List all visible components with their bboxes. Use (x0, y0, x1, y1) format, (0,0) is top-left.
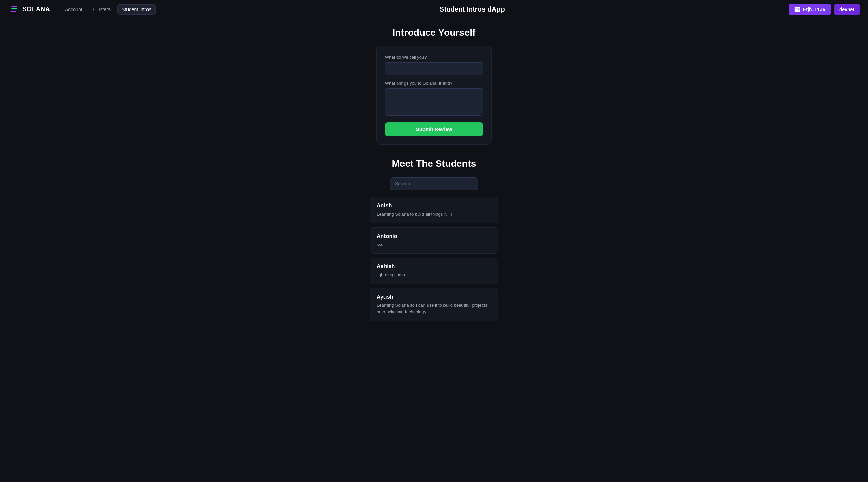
student-description: lightning speed! (377, 272, 491, 278)
navbar-right: Etjb..11JV devnet (789, 4, 860, 15)
message-textarea[interactable] (385, 88, 483, 116)
student-card: Ashishlightning speed! (370, 258, 498, 284)
student-description: Learning Solana so I can use it to build… (377, 302, 491, 315)
navbar-links: Account Clusters Student Intros (61, 4, 156, 15)
nav-account[interactable]: Account (61, 5, 86, 14)
app-title: Student Intros dApp (156, 5, 789, 13)
students-section: Meet The Students AnishLearning Solana t… (281, 158, 587, 321)
introduce-form-card: What do we call you? What brings you to … (376, 46, 492, 145)
submit-button[interactable]: Submit Review (385, 122, 483, 136)
introduce-title: Introduce Yourself (281, 27, 587, 38)
devnet-button[interactable]: devnet (834, 4, 860, 15)
wallet-icon (794, 6, 800, 13)
introduce-section: Introduce Yourself What do we call you? … (281, 27, 587, 145)
student-card: Antoniosss (370, 227, 498, 254)
student-card: AyushLearning Solana so I can use it to … (370, 288, 498, 321)
wallet-label: Etjb..11JV (803, 7, 826, 12)
student-name: Antonio (377, 233, 491, 239)
nav-clusters[interactable]: Clusters (89, 5, 115, 14)
wallet-button[interactable]: Etjb..11JV (789, 4, 831, 15)
solana-logo-icon (8, 4, 19, 15)
nav-student-intros[interactable]: Student Intros (117, 4, 156, 15)
message-label: What brings you to Solana, friend? (385, 81, 483, 86)
student-description: Learning Solana to build all things NFT (377, 211, 491, 218)
search-input[interactable] (390, 177, 478, 190)
student-description: sss (377, 241, 491, 248)
main-content: Introduce Yourself What do we call you? … (281, 0, 587, 321)
student-name: Anish (377, 203, 491, 209)
student-card: AnishLearning Solana to build all things… (370, 197, 498, 223)
name-label: What do we call you? (385, 55, 483, 60)
student-list: AnishLearning Solana to build all things… (370, 197, 498, 321)
logo: SOLANA (8, 4, 50, 15)
student-name: Ashish (377, 263, 491, 269)
navbar: SOLANA Account Clusters Student Intros S… (0, 0, 868, 19)
students-title: Meet The Students (281, 158, 587, 169)
student-name: Ayush (377, 294, 491, 300)
name-input[interactable] (385, 62, 483, 75)
logo-text: SOLANA (22, 6, 50, 13)
